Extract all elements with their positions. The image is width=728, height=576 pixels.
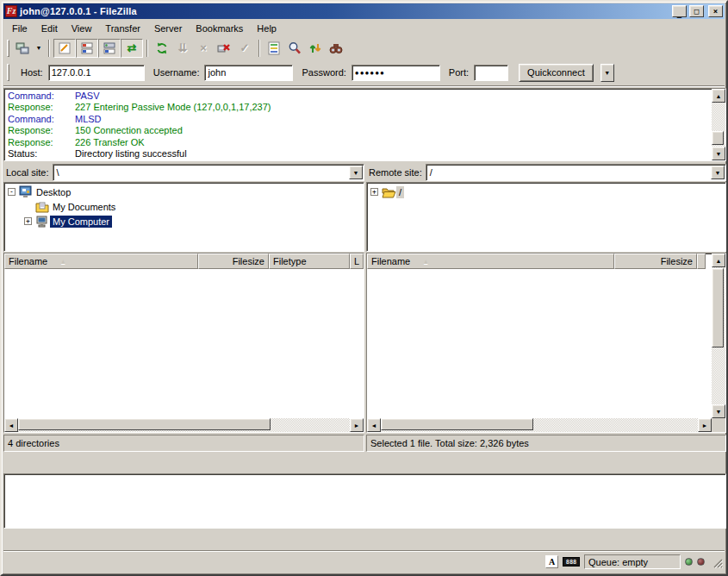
scroll-up-button[interactable]: ▲ <box>712 254 725 267</box>
scroll-up-button[interactable]: ▲ <box>712 89 725 103</box>
scroll-right-icon: ► <box>702 423 708 429</box>
log-text: 227 Entering Passive Mode (127,0,0,1,17,… <box>75 102 271 112</box>
synchronized-browsing-button[interactable] <box>305 39 326 58</box>
local-columns: Filename▲FilesizeFiletypeL <box>4 254 364 269</box>
scrollbar-thumb[interactable] <box>381 418 533 430</box>
data-type-indicator[interactable]: A <box>545 555 558 568</box>
scroll-left-button[interactable]: ◄ <box>367 418 381 432</box>
column-header-label: Filename <box>371 256 410 266</box>
directory-comparison-button[interactable] <box>284 39 305 58</box>
local-site-combo[interactable]: \ ▼ <box>53 164 364 181</box>
quickconnect-dropdown-button[interactable]: ▼ <box>600 64 614 82</box>
scroll-left-icon: ◄ <box>9 423 15 429</box>
quickconnect-button[interactable]: Quickconnect <box>519 64 594 82</box>
column-header-l[interactable]: L <box>350 254 364 269</box>
local-horizontal-scrollbar[interactable]: ◄ ► <box>4 418 364 432</box>
remote-site-combo[interactable]: / ▼ <box>426 164 726 181</box>
column-header-filetype[interactable]: Filetype <box>269 254 350 269</box>
tree-item-root[interactable]: +/ <box>367 185 725 199</box>
activity-led-green <box>685 558 693 566</box>
toggle-remote-tree-button[interactable] <box>98 39 121 58</box>
scrollbar-thumb[interactable] <box>712 268 724 347</box>
remote-site-dropdown-button[interactable]: ▼ <box>711 166 725 179</box>
computer-icon <box>35 215 50 228</box>
tree-item-my-documents[interactable]: My Documents <box>4 199 364 214</box>
log-vertical-scrollbar[interactable]: ▲ ▼ <box>712 89 725 160</box>
toolbar-grip[interactable] <box>7 40 9 57</box>
column-header-filename[interactable]: Filename▲ <box>4 254 198 269</box>
site-manager-button[interactable] <box>12 39 33 58</box>
resize-grip[interactable] <box>711 556 723 568</box>
process-queue-icon: ⇊ <box>178 41 188 54</box>
local-site-dropdown-button[interactable]: ▼ <box>349 166 363 179</box>
chevron-down-icon: ▼ <box>604 70 610 76</box>
password-input[interactable] <box>352 65 440 81</box>
collapse-minus-icon[interactable]: - <box>8 188 16 196</box>
toolbar-separator <box>258 40 260 57</box>
toggle-message-log-button[interactable] <box>53 39 76 58</box>
remote-site-value: / <box>426 167 711 178</box>
disconnect-button[interactable] <box>214 39 234 58</box>
refresh-icon <box>155 41 170 55</box>
remote-tree: +/ <box>366 182 726 252</box>
close-button[interactable]: × <box>708 5 723 17</box>
local-site-bar: Local site: \ ▼ <box>3 163 364 182</box>
remote-vertical-scrollbar[interactable]: ▲ ▼ <box>712 254 725 418</box>
menu-item-edit[interactable]: Edit <box>34 22 65 35</box>
quickconnect-bar: Host: Username: Password: Port: Quickcon… <box>3 59 725 86</box>
expand-plus-icon[interactable]: + <box>24 217 32 225</box>
column-header-filesize[interactable]: Filesize <box>614 254 697 269</box>
synchronized-browsing-icon <box>308 41 323 55</box>
remote-status-text: Selected 1 file. Total size: 2,326 bytes <box>366 435 726 452</box>
site-manager-dropdown-button[interactable]: ▼ <box>33 39 45 58</box>
password-label: Password: <box>302 67 345 78</box>
cancel-button[interactable]: × <box>193 39 214 58</box>
column-header-filename[interactable]: Filename▲ <box>367 254 614 269</box>
toggle-queue-button[interactable]: ⇄ <box>121 39 143 58</box>
menu-item-bookmarks[interactable]: Bookmarks <box>189 22 250 35</box>
minimize-button[interactable]: _ <box>672 5 687 17</box>
tree-item-desktop[interactable]: -Desktop <box>4 185 364 199</box>
tree-item-label: My Computer <box>50 216 112 228</box>
scrollbar-thumb[interactable] <box>18 418 271 430</box>
remote-horizontal-scrollbar[interactable]: ◄ ► <box>367 418 725 432</box>
find-files-icon <box>329 41 344 55</box>
filezilla-window: Fz john@127.0.0.1 - FileZilla _ □ × File… <box>0 0 728 576</box>
queue-status: Queue: empty <box>584 554 681 569</box>
toggle-local-tree-button[interactable] <box>76 39 98 58</box>
log-text: Directory listing successful <box>75 148 187 159</box>
queue-tabs <box>3 529 725 549</box>
menu-item-transfer[interactable]: Transfer <box>98 22 147 35</box>
reconnect-button[interactable]: ✓ <box>234 39 255 58</box>
quickconnect-grip[interactable] <box>7 64 9 81</box>
menu-item-server[interactable]: Server <box>147 22 189 35</box>
column-header-label: L <box>354 256 359 266</box>
speed-limit-indicator[interactable]: 888 <box>563 557 580 567</box>
scroll-right-button[interactable]: ► <box>698 418 712 432</box>
scroll-down-button[interactable]: ▼ <box>712 404 725 418</box>
expand-plus-icon[interactable]: + <box>370 188 378 196</box>
menu-item-view[interactable]: View <box>65 22 99 35</box>
log-text: 226 Transfer OK <box>75 137 145 147</box>
scroll-down-button[interactable]: ▼ <box>712 147 725 160</box>
window-title: john@127.0.0.1 - FileZilla <box>20 6 669 16</box>
host-label: Host: <box>21 67 43 78</box>
process-queue-button[interactable]: ⇊ <box>172 39 193 58</box>
folder-open-icon <box>382 186 396 198</box>
host-input[interactable] <box>48 65 145 81</box>
refresh-button[interactable] <box>152 39 172 58</box>
scroll-left-button[interactable]: ◄ <box>4 418 18 432</box>
maximize-button[interactable]: □ <box>689 5 704 17</box>
filter-button[interactable] <box>264 39 284 58</box>
menu-item-help[interactable]: Help <box>250 22 283 35</box>
column-header-filler <box>697 254 706 269</box>
scrollbar-thumb[interactable] <box>712 131 724 145</box>
scroll-right-button[interactable]: ► <box>350 418 364 432</box>
find-files-button[interactable] <box>326 39 346 58</box>
column-header-filesize[interactable]: Filesize <box>198 254 269 269</box>
port-input[interactable] <box>474 65 508 81</box>
menu-item-file[interactable]: File <box>5 22 34 35</box>
message-log-icon <box>58 41 72 55</box>
tree-item-my-computer[interactable]: +My Computer <box>4 214 364 229</box>
username-input[interactable] <box>204 65 293 81</box>
